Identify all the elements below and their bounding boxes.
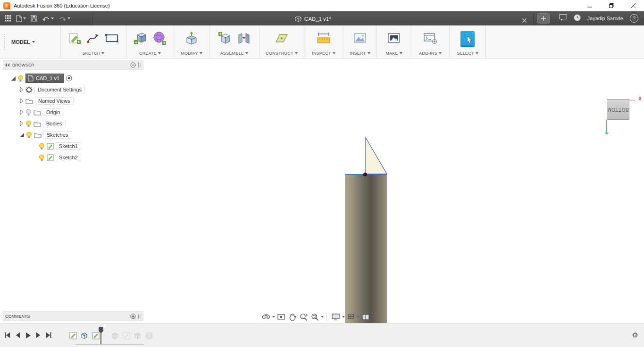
file-menu-button[interactable]: [16, 15, 26, 22]
redo-button[interactable]: [59, 16, 70, 22]
tree-row-origin[interactable]: Origin: [3, 107, 143, 118]
make-menu[interactable]: MAKE: [385, 51, 402, 57]
tree-item-label[interactable]: Sketch2: [56, 154, 81, 161]
timeline-feature-extrude1[interactable]: [80, 331, 88, 339]
sketch-vertex-point[interactable]: [363, 173, 367, 176]
press-pull-button[interactable]: [185, 32, 198, 47]
timeline-feature-suppressed-2[interactable]: [122, 331, 130, 339]
app-launcher-button[interactable]: [5, 15, 11, 22]
toolbar-grip[interactable]: [4, 34, 5, 50]
activate-radio-icon[interactable]: [66, 75, 72, 82]
timeline-feature-suppressed-1[interactable]: [111, 331, 119, 339]
tree-item-label[interactable]: Document Settings: [34, 86, 85, 93]
pan-button[interactable]: [287, 312, 298, 322]
tab-close-button[interactable]: [522, 16, 527, 25]
username-menu[interactable]: Jayadip Sarode: [587, 16, 623, 21]
sketch-spline-button[interactable]: [87, 33, 99, 46]
sketch-rectangle-button[interactable]: [105, 33, 119, 45]
help-button[interactable]: ?: [630, 14, 638, 23]
visibility-bulb-icon[interactable]: [25, 120, 32, 127]
expander-collapsed-icon[interactable]: [20, 87, 24, 92]
orbit-caret-icon[interactable]: [272, 316, 275, 318]
visibility-bulb-icon[interactable]: [39, 154, 45, 161]
expander-expanded-icon[interactable]: [20, 133, 24, 137]
plus-circle-icon[interactable]: [130, 314, 136, 319]
make-button[interactable]: [387, 33, 401, 46]
tree-row-document-settings[interactable]: Document Settings: [3, 84, 143, 95]
select-button[interactable]: [460, 31, 475, 47]
comments-button[interactable]: [559, 14, 567, 23]
tree-row-named-views[interactable]: Named Views: [3, 95, 143, 107]
tree-item-label[interactable]: Bodies: [43, 120, 66, 127]
comments-header[interactable]: COMMENTS: [3, 311, 143, 321]
fit-button[interactable]: [309, 312, 320, 322]
minus-circle-icon[interactable]: [130, 62, 136, 68]
create-sketch-button[interactable]: [68, 32, 81, 47]
create-box-button[interactable]: [134, 32, 147, 47]
go-to-start-button[interactable]: [5, 332, 10, 338]
expander-collapsed-icon[interactable]: [20, 121, 24, 126]
save-button[interactable]: [31, 15, 37, 22]
tree-item-label[interactable]: Sketch1: [56, 142, 81, 150]
expander-expanded-icon[interactable]: [11, 76, 16, 81]
tree-item-label[interactable]: Origin: [43, 108, 63, 116]
undo-button[interactable]: [42, 16, 54, 22]
viewcube[interactable]: X BOTTOM: [603, 96, 643, 136]
minimize-button[interactable]: [579, 0, 601, 11]
tree-row-sketch1[interactable]: Sketch1: [3, 140, 143, 152]
root-component-chip[interactable]: CAD_1 v1: [25, 74, 64, 83]
workspace-switcher[interactable]: MODEL: [0, 25, 60, 58]
timeline-scrubber[interactable]: [98, 327, 104, 345]
go-to-end-button[interactable]: [46, 332, 51, 338]
create-form-button[interactable]: [152, 31, 167, 47]
job-status-button[interactable]: [574, 14, 581, 23]
select-menu[interactable]: SELECT: [457, 51, 478, 57]
addins-menu[interactable]: ADD-INS: [419, 51, 441, 57]
close-button[interactable]: [622, 0, 644, 11]
fit-caret-icon[interactable]: [321, 316, 324, 318]
browser-header[interactable]: BROWSER: [3, 60, 143, 70]
insert-menu[interactable]: INSERT: [350, 51, 370, 57]
assemble-menu[interactable]: ASSEMBLE: [220, 51, 248, 57]
modify-menu[interactable]: MODIFY: [181, 51, 202, 57]
inspect-menu[interactable]: INSPECT: [312, 51, 335, 57]
new-component-button[interactable]: [218, 32, 232, 47]
timeline-feature-suppressed-4[interactable]: [145, 331, 153, 339]
orbit-button[interactable]: [260, 312, 272, 322]
grid-snap-button[interactable]: [345, 312, 356, 322]
expander-collapsed-icon[interactable]: [20, 99, 24, 103]
collapse-panel-icon[interactable]: [5, 63, 10, 67]
joint-button[interactable]: [237, 32, 251, 46]
expander-collapsed-icon[interactable]: [20, 110, 24, 115]
comments-grip[interactable]: [138, 314, 141, 319]
document-tab[interactable]: CAD_1 v1*: [92, 13, 534, 25]
timeline-feature-suppressed-3[interactable]: [134, 331, 142, 339]
visibility-bulb-off-icon[interactable]: [25, 109, 32, 116]
tree-row-sketch2[interactable]: Sketch2: [3, 152, 143, 163]
new-tab-button[interactable]: [537, 13, 550, 24]
tree-row-root[interactable]: CAD_1 v1: [3, 73, 143, 84]
timeline-settings-button[interactable]: ⚙: [632, 323, 638, 347]
browser-grip[interactable]: [138, 63, 141, 67]
zoom-button[interactable]: [298, 312, 309, 322]
play-button[interactable]: [25, 332, 31, 339]
sketch-menu[interactable]: SKETCH: [83, 51, 105, 57]
create-menu[interactable]: CREATE: [139, 51, 161, 57]
tree-item-label[interactable]: Named Views: [35, 97, 74, 105]
timeline-scroll-track[interactable]: [75, 344, 144, 345]
visibility-bulb-icon[interactable]: [17, 75, 24, 82]
tree-item-label[interactable]: Sketches: [43, 131, 71, 139]
step-back-button[interactable]: [16, 332, 20, 338]
timeline-feature-sketch1[interactable]: [69, 331, 77, 339]
grid-snap-caret-icon[interactable]: [357, 316, 360, 318]
viewcube-face[interactable]: BOTTOM: [607, 99, 629, 120]
measure-button[interactable]: [317, 32, 331, 46]
sketch-triangle[interactable]: [366, 138, 387, 174]
tree-row-bodies[interactable]: Bodies: [3, 118, 143, 129]
maximize-button[interactable]: [601, 0, 622, 11]
display-settings-caret-icon[interactable]: [342, 316, 345, 318]
construct-menu[interactable]: CONSTRUCT: [266, 51, 297, 57]
display-settings-button[interactable]: [330, 312, 342, 322]
construct-plane-button[interactable]: [274, 32, 289, 46]
visibility-bulb-icon[interactable]: [39, 143, 45, 150]
